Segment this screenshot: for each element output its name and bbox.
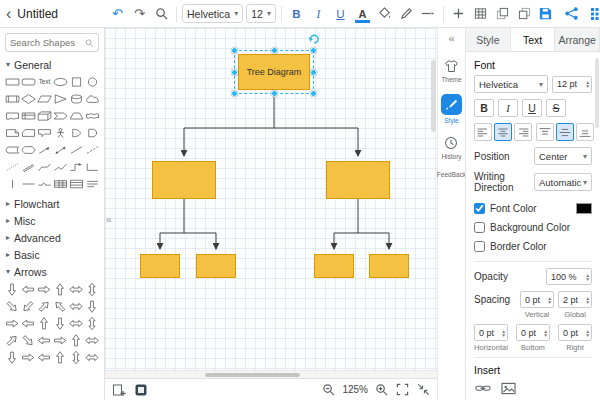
shape-card[interactable] xyxy=(20,125,36,141)
collapse-shapes-panel-button[interactable]: « xyxy=(106,214,112,225)
shape-arrow-right[interactable] xyxy=(4,315,20,331)
tab-style[interactable]: Style xyxy=(466,28,511,51)
line-style-button[interactable] xyxy=(419,4,438,24)
shape-connector[interactable] xyxy=(68,159,84,175)
panel-underline-button[interactable]: U xyxy=(522,99,542,117)
fit-page-button[interactable] xyxy=(395,382,410,397)
side-tab-feedback[interactable]: FeedBack xyxy=(437,171,466,178)
panel-italic-button[interactable]: I xyxy=(498,99,518,117)
spacing-right-stepper[interactable]: 0 pt ▴▾ xyxy=(558,324,592,341)
opacity-stepper[interactable]: 100 % ▴▾ xyxy=(546,268,592,285)
spacing-vertical-stepper[interactable]: 0 pt ▴▾ xyxy=(520,291,554,308)
table-button[interactable] xyxy=(471,4,490,24)
shape-arrow-up[interactable] xyxy=(36,315,52,331)
shape-search-input[interactable] xyxy=(10,37,82,48)
pages-overview-button[interactable] xyxy=(133,382,149,398)
insert-image-button[interactable] xyxy=(500,380,517,396)
shape-ellipse[interactable] xyxy=(52,74,68,90)
shape-arrow-left[interactable] xyxy=(20,281,36,297)
font-color-checkbox[interactable] xyxy=(474,203,485,214)
background-color-row[interactable]: Background Color xyxy=(474,218,592,237)
canvas-horizontal-scrollbar[interactable] xyxy=(105,370,437,378)
tree-node-branch-right[interactable] xyxy=(326,161,390,199)
shape-actor[interactable] xyxy=(52,125,68,141)
spacing-horizontal-stepper[interactable]: 0 pt ▴▾ xyxy=(474,324,508,341)
shape-arrow-up[interactable] xyxy=(52,281,68,297)
shape-arrow-left[interactable] xyxy=(36,349,52,365)
add-page-button[interactable] xyxy=(111,382,127,398)
undo-button[interactable]: ↶ xyxy=(108,4,127,24)
resize-handle-nw[interactable] xyxy=(231,47,238,54)
shape-arrow-up-down[interactable] xyxy=(84,315,100,331)
border-color-checkbox[interactable] xyxy=(474,241,485,252)
shape-arrow-right[interactable] xyxy=(52,332,68,348)
shape-arrow-left-right[interactable] xyxy=(68,298,84,314)
stepper-arrows-icon[interactable]: ▴▾ xyxy=(586,80,589,88)
shape-arrow-sw[interactable] xyxy=(20,298,36,314)
zoom-tool-button[interactable] xyxy=(152,4,171,24)
collapse-format-panel-button[interactable]: « xyxy=(448,28,454,48)
scrollbar-thumb[interactable] xyxy=(205,373,300,377)
resize-handle-s[interactable] xyxy=(271,90,278,97)
shape-internal-storage[interactable] xyxy=(20,108,36,124)
stepper-arrows-icon[interactable]: ▴▾ xyxy=(586,296,589,304)
shape-arrow-up[interactable] xyxy=(52,349,68,365)
tree-node-branch-left[interactable] xyxy=(152,161,216,199)
diagram-canvas[interactable]: Tree Diagram « xyxy=(105,28,437,400)
shape-arrow-up[interactable] xyxy=(68,332,84,348)
font-color-row[interactable]: Font Color xyxy=(474,199,592,218)
side-tab-theme[interactable]: Theme xyxy=(441,59,461,83)
tree-node-leaf-1[interactable] xyxy=(140,254,180,278)
panel-font-size-stepper[interactable]: 12 pt ▴▾ xyxy=(552,76,592,93)
align-left-button[interactable] xyxy=(474,123,492,141)
shape-arrow-up-down[interactable] xyxy=(68,349,84,365)
resize-handle-ne[interactable] xyxy=(310,47,317,54)
shape-crossover[interactable] xyxy=(36,176,52,192)
writing-direction-select[interactable]: Automatic ▾ xyxy=(534,173,592,191)
shape-search-box[interactable] xyxy=(5,33,99,52)
shape-or[interactable] xyxy=(68,125,84,141)
document-title[interactable]: Untitled xyxy=(17,7,58,21)
resize-handle-e[interactable] xyxy=(310,69,317,76)
italic-button[interactable]: I xyxy=(309,4,328,24)
font-color-swatch[interactable] xyxy=(576,203,592,214)
shape-link[interactable] xyxy=(20,159,36,175)
shape-hexagon[interactable] xyxy=(20,142,36,158)
shape-arrow-down[interactable] xyxy=(4,349,20,365)
sidebar-section-flowchart[interactable]: ▸ Flowchart xyxy=(0,195,104,212)
background-color-checkbox[interactable] xyxy=(474,222,485,233)
stepper-arrows-icon[interactable]: ▴▾ xyxy=(586,273,589,281)
shape-trapezoid[interactable] xyxy=(68,108,84,124)
shape-cube[interactable] xyxy=(36,108,52,124)
shape-arrow-left-right[interactable] xyxy=(68,315,84,331)
fullscreen-button[interactable] xyxy=(416,382,431,397)
shape-parallelogram[interactable] xyxy=(36,91,52,107)
tab-arrange[interactable]: Arrange xyxy=(555,28,600,51)
stepper-arrows-icon[interactable]: ▴▾ xyxy=(502,329,505,337)
shape-document[interactable] xyxy=(4,108,20,124)
border-color-row[interactable]: Border Color xyxy=(474,237,592,256)
tree-node-leaf-4[interactable] xyxy=(369,254,409,278)
shape-arrow-left-right[interactable] xyxy=(68,281,84,297)
shape-corner[interactable] xyxy=(84,159,100,175)
redo-button[interactable]: ↷ xyxy=(130,4,149,24)
shape-step[interactable] xyxy=(52,108,68,124)
shape-arrow-up-down[interactable] xyxy=(84,281,100,297)
stepper-arrows-icon[interactable]: ▴▾ xyxy=(548,296,551,304)
shape-horizontal-line[interactable] xyxy=(20,176,36,192)
shape-cloud[interactable] xyxy=(84,91,100,107)
side-tab-history[interactable]: History xyxy=(441,135,461,160)
edit-style-button[interactable] xyxy=(397,4,416,24)
shape-list[interactable] xyxy=(68,176,84,192)
shape-directed-line[interactable] xyxy=(36,142,52,158)
tree-node-leaf-3[interactable] xyxy=(314,254,354,278)
position-select[interactable]: Center ▾ xyxy=(534,147,592,165)
insert-link-button[interactable] xyxy=(474,380,492,396)
shape-frame[interactable] xyxy=(84,176,100,192)
shape-arrow-se[interactable] xyxy=(4,298,20,314)
shape-note[interactable] xyxy=(4,125,20,141)
zoom-in-button[interactable] xyxy=(374,382,389,397)
zoom-out-button[interactable] xyxy=(321,382,336,397)
shape-arrow-down[interactable] xyxy=(52,315,68,331)
shape-dotted-line[interactable] xyxy=(4,159,20,175)
